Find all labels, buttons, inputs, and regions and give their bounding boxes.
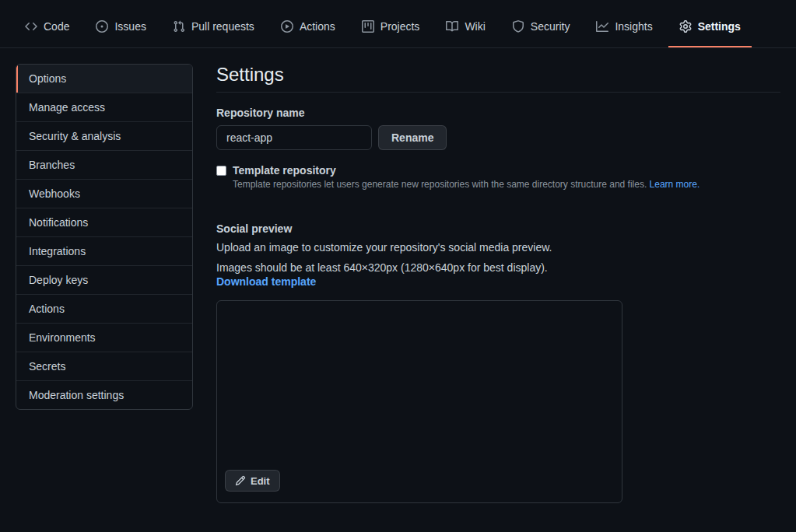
tab-settings[interactable]: Settings (668, 6, 752, 47)
repository-name-row: Rename (216, 125, 780, 150)
issue-opened-icon (96, 20, 108, 33)
graph-icon (596, 20, 608, 33)
tab-label: Projects (380, 20, 420, 33)
sidebar-item-webhooks[interactable]: Webhooks (16, 180, 192, 208)
tab-pull-requests[interactable]: Pull requests (162, 6, 265, 47)
sidebar-item-branches[interactable]: Branches (16, 151, 192, 180)
sidebar-item-deploy-keys[interactable]: Deploy keys (16, 266, 192, 295)
social-preview-box: Edit (216, 300, 622, 503)
learn-more-link[interactable]: Learn more. (650, 179, 700, 190)
tab-actions[interactable]: Actions (270, 6, 346, 47)
settings-sidebar: OptionsManage accessSecurity & analysisB… (16, 64, 193, 410)
sidebar-item-integrations[interactable]: Integrations (16, 237, 192, 266)
social-preview-label: Social preview (216, 222, 780, 235)
tab-label: Wiki (465, 20, 485, 33)
template-repository-description-text: Template repositories let users generate… (233, 179, 647, 190)
template-repository-description: Template repositories let users generate… (233, 179, 731, 190)
tab-label: Settings (698, 20, 741, 33)
tab-security[interactable]: Security (501, 6, 581, 47)
book-icon (446, 20, 458, 33)
repository-name-input[interactable] (216, 125, 372, 150)
tab-label: Insights (615, 20, 652, 33)
template-repository-row: Template repository (216, 164, 780, 177)
social-preview-section: Social preview Upload an image to custom… (216, 222, 780, 503)
download-template-link[interactable]: Download template (216, 275, 316, 288)
tab-insights[interactable]: Insights (585, 6, 663, 47)
rename-button[interactable]: Rename (378, 125, 447, 150)
edit-preview-label: Edit (251, 475, 270, 487)
play-icon (281, 20, 293, 33)
edit-preview-button[interactable]: Edit (225, 470, 280, 492)
tab-label: Security (531, 20, 570, 33)
social-preview-size-hint: Images should be at least 640×320px (128… (216, 261, 780, 274)
sidebar-item-notifications[interactable]: Notifications (16, 208, 192, 237)
sidebar-item-moderation-settings[interactable]: Moderation settings (16, 381, 192, 409)
pencil-icon (235, 475, 246, 486)
shield-icon (512, 20, 524, 33)
sidebar-item-secrets[interactable]: Secrets (16, 352, 192, 381)
sidebar-item-options[interactable]: Options (16, 65, 192, 93)
code-icon (25, 20, 37, 33)
tab-code[interactable]: Code (14, 6, 80, 47)
project-icon (362, 20, 374, 33)
template-repository-checkbox[interactable] (216, 166, 226, 176)
tab-wiki[interactable]: Wiki (435, 6, 496, 47)
git-pull-request-icon (173, 20, 185, 33)
tab-label: Pull requests (191, 20, 254, 33)
tab-label: Code (44, 20, 69, 33)
sidebar-item-actions[interactable]: Actions (16, 295, 192, 324)
settings-page: OptionsManage accessSecurity & analysisB… (0, 48, 796, 532)
repository-name-label: Repository name (216, 107, 780, 119)
tab-issues[interactable]: Issues (85, 6, 156, 47)
repo-tab-nav: Code Issues Pull requests Actions Projec… (0, 0, 796, 48)
tab-label: Issues (114, 20, 146, 33)
tab-projects[interactable]: Projects (351, 6, 431, 47)
sidebar-item-manage-access[interactable]: Manage access (16, 93, 192, 122)
social-preview-description: Upload an image to customize your reposi… (216, 241, 780, 254)
tab-label: Actions (300, 20, 335, 33)
page-title: Settings (216, 64, 780, 93)
sidebar-item-security-analysis[interactable]: Security & analysis (16, 122, 192, 151)
template-repository-label[interactable]: Template repository (233, 164, 336, 177)
settings-main: Settings Repository name Rename Template… (216, 64, 780, 532)
gear-icon (679, 20, 692, 33)
sidebar-item-environments[interactable]: Environments (16, 324, 192, 352)
